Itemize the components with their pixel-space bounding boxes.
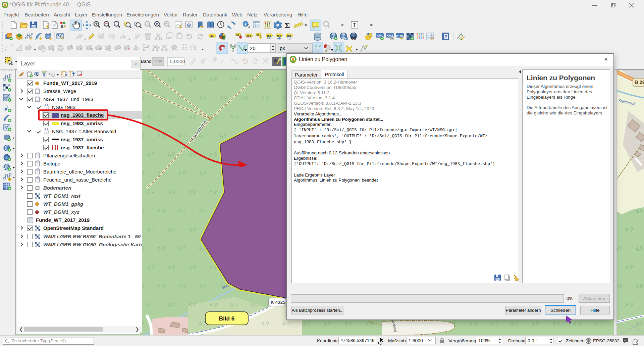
svg-text:KMZ: KMZ	[387, 34, 394, 37]
svg-text:HTML: HTML	[396, 34, 404, 37]
svg-text:ε: ε	[49, 71, 51, 76]
svg-text:1:1: 1:1	[145, 23, 149, 25]
svg-text:KML: KML	[377, 34, 384, 37]
svg-text:px: px	[280, 45, 285, 51]
svg-text:1: 1	[155, 59, 157, 64]
svg-text:Bild 6: Bild 6	[219, 315, 234, 322]
svg-text:B 29: B 29	[635, 80, 644, 85]
svg-text:?: ?	[445, 34, 447, 39]
svg-text:i: i	[245, 21, 246, 27]
svg-text:a: a	[61, 23, 63, 29]
svg-text:K 4325: K 4325	[271, 300, 285, 305]
svg-text:Σ: Σ	[285, 21, 290, 30]
svg-text:Band:: Band:	[141, 59, 153, 64]
svg-text:20: 20	[250, 45, 256, 51]
svg-text:ab: ab	[257, 34, 259, 36]
svg-text:ε: ε	[221, 58, 224, 65]
svg-text:T: T	[353, 22, 356, 28]
svg-text:0,0000: 0,0000	[170, 58, 185, 64]
svg-text:ab: ab	[236, 34, 239, 36]
